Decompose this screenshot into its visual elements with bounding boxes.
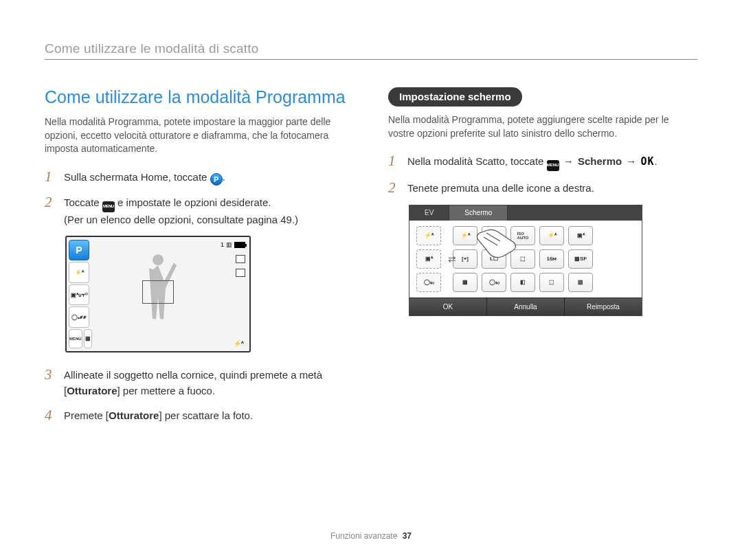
option-cell[interactable]: ▣ᴬ [568,226,593,245]
step-3: 3 Allineate il soggetto nella cornice, q… [45,366,354,399]
option-cell[interactable]: 16ᴍ [539,249,564,269]
intro-text: Nella modalità Programma, potete aggiung… [388,113,697,140]
page-footer: Funzioni avanzate 37 [0,531,742,541]
option-cell[interactable]: ▧ [568,273,593,292]
step-number: 2 [388,179,401,197]
memory-icon: ▥ [226,241,232,248]
page-number: 37 [403,531,412,541]
option-cell[interactable]: ⬚ [539,273,564,292]
focus-rectangle [142,280,174,304]
right-column: Impostazione schermo Nella modalità Prog… [388,87,697,432]
option-cell[interactable]: ⚡ᴬ [539,226,564,245]
section-title: Come utilizzare la modalità Programma [45,87,354,107]
shortcut-slot[interactable]: ⚡ᴬ [416,226,441,245]
step-1: 1 Nella modalità Scatto, toccate MENU → … [388,153,697,171]
cancel-button[interactable]: Annulla [487,298,565,315]
step-number: 1 [45,168,57,186]
touch-hand-icon [473,227,521,262]
subsection-pill: Impostazione schermo [388,87,522,107]
flash-indicator: ⚡ᴬ [234,340,244,347]
display-button[interactable]: ▦ [84,329,92,348]
step-text: Premete [Otturatore] per scattare la fot… [64,407,253,424]
ok-icon: OK [641,155,655,168]
step-text: Toccate MENU e impostate le opzioni desi… [64,194,298,227]
menu-button[interactable]: MENU [69,329,82,348]
step-2: 2 Toccate MENU e impostate le opzioni de… [45,194,354,227]
ok-button[interactable]: OK [409,298,487,315]
step-number: 1 [388,153,401,170]
step-text: Sulla schermata Home, toccate P. [64,168,225,186]
step-text: Allineate il soggetto nella cornice, qui… [64,366,354,399]
camera-left-toolbar: P ⚡ᴬ ▣ᴬᴜᴛᴼ ◯ₒғғ MENU ▦ [67,237,91,351]
settings-body: ⚡ᴬ ▣ᴬ ◯₁₀ ⇄ ⚡ᴬ AWB ISO AUTO ⚡ᴬ ▣ᴬ [+] L☐ [409,221,642,298]
step-text: Nella modalità Scatto, toccate MENU → Sc… [407,153,657,171]
left-column: Come utilizzare la modalità Programma Ne… [45,87,354,432]
menu-icon: MENU [547,160,559,171]
tab-ev[interactable]: EV [409,205,449,221]
swap-arrows-icon: ⇄ [448,254,456,265]
timer-off-button[interactable]: ◯ₒғғ [69,306,89,327]
option-cell[interactable]: ◧ [510,273,535,292]
step-1: 1 Sulla schermata Home, toccate P. [45,168,354,186]
option-cell[interactable]: ▦SF [568,249,593,269]
breadcrumb: Come utilizzare le modalità di scatto [45,41,259,56]
mode-p-button[interactable]: P [69,240,89,260]
shortcut-slot[interactable]: ▣ᴬ [416,249,441,269]
indicator-icon [236,255,245,263]
option-cell[interactable]: ▦ [453,273,477,292]
menu-icon: MENU [102,201,115,212]
step-number: 3 [45,366,57,383]
step-number: 2 [45,194,57,211]
option-cell[interactable]: ◯₁₀ [482,273,506,292]
p-mode-icon: P [210,173,223,186]
status-bar: 1 ▥ [221,241,245,248]
indicator-icon [236,269,245,277]
camera-preview-figure: P ⚡ᴬ ▣ᴬᴜᴛᴼ ◯ₒғғ MENU ▦ 1 ▥ [65,236,251,352]
reset-button[interactable]: Reimposta [565,298,642,315]
battery-icon [234,242,245,248]
step-text: Tenete premuta una delle icone a destra. [407,179,594,197]
step-4: 4 Premete [Otturatore] per scattare la f… [45,407,354,424]
tab-schermo[interactable]: Schermo [449,205,508,221]
shortcut-slot[interactable]: ◯₁₀ [416,273,441,292]
settings-screen-figure: EV Schermo ⚡ᴬ ▣ᴬ ◯₁₀ ⇄ ⚡ᴬ AWB ISO AUTO [409,205,642,316]
settings-footer: OK Annulla Reimposta [409,298,642,315]
page-header: Come utilizzare le modalità di scatto [45,41,697,60]
intro-text: Nella modalità Programma, potete imposta… [45,115,354,156]
svg-point-0 [153,254,164,265]
flash-button[interactable]: ⚡ᴬ [69,262,89,282]
right-indicators [236,255,245,277]
step-number: 4 [45,407,57,424]
footer-section: Funzioni avanzate [330,531,397,541]
step-2: 2 Tenete premuta una delle icone a destr… [388,179,697,197]
shortcut-slots: ⚡ᴬ ▣ᴬ ◯₁₀ [416,226,441,292]
focus-auto-button[interactable]: ▣ᴬᴜᴛᴼ [69,284,89,305]
tabs: EV Schermo [409,205,642,221]
